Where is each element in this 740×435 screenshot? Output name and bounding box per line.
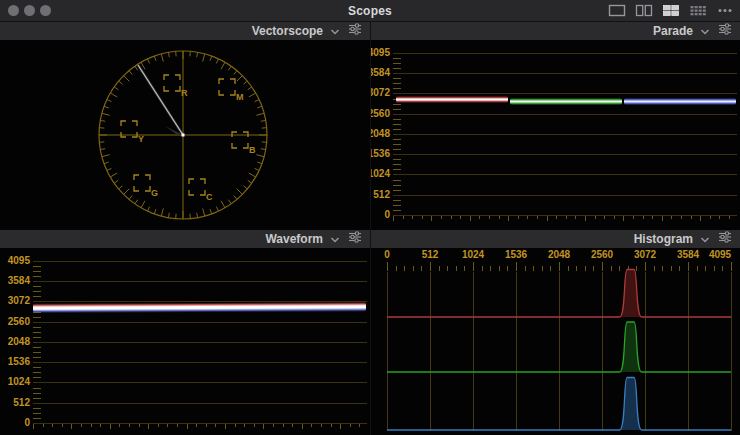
gridline (33, 281, 367, 282)
histogram-body: 05121024153620482560307235844095 (371, 248, 740, 435)
chevron-down-icon[interactable] (330, 22, 340, 40)
bottom-tick (81, 424, 82, 427)
vectorscope-target-label: R (181, 88, 188, 98)
minor-tick (33, 388, 41, 389)
parade-settings-sliders-icon[interactable] (717, 22, 733, 40)
bottom-tick (215, 424, 216, 427)
bottom-tick (614, 216, 615, 219)
zoom-window-icon[interactable] (40, 5, 51, 16)
gridline (393, 195, 737, 196)
waveform-settings-sliders-icon[interactable] (347, 230, 363, 248)
bottom-tick (537, 216, 538, 219)
window-controls[interactable] (8, 5, 51, 16)
minor-tick (393, 104, 401, 105)
chevron-down-icon[interactable] (330, 230, 340, 248)
bottom-tick (225, 424, 226, 429)
bottom-tick (52, 424, 53, 427)
minor-tick (393, 83, 401, 84)
close-window-icon[interactable] (8, 5, 19, 16)
bottom-tick (671, 216, 672, 219)
vectorscope-target-label: G (151, 188, 158, 198)
titlebar: Scopes (0, 0, 740, 21)
bottom-tick (710, 216, 711, 219)
minor-tick (393, 109, 401, 110)
vectorscope-target-C (189, 179, 205, 195)
bottom-tick (700, 216, 701, 221)
vectorscope-target-label: Y (138, 134, 144, 144)
vectorscope-target-label: B (249, 145, 256, 155)
bottom-tick (321, 424, 322, 427)
bottom-tick (254, 424, 255, 427)
more-options-icon[interactable] (715, 3, 735, 18)
bottom-tick (43, 424, 44, 427)
bottom-tick (633, 216, 634, 219)
bottom-tick (177, 424, 178, 427)
minor-tick (33, 276, 41, 277)
axis-label: 1024 (0, 377, 30, 387)
minor-tick (393, 149, 401, 150)
minor-tick (393, 68, 401, 69)
parade-body: 40953584307225602048153610245120 (371, 40, 740, 230)
minimize-window-icon[interactable] (24, 5, 35, 16)
bottom-tick (527, 216, 528, 219)
axis-label: 3072 (371, 88, 390, 98)
vectorscope-center-dot (182, 134, 185, 137)
bottom-tick (206, 424, 207, 427)
vectorscope-target-label: C (206, 192, 213, 202)
bottom-tick (643, 216, 644, 219)
gridline (393, 53, 737, 54)
bottom-tick (518, 216, 519, 219)
bottom-tick (604, 216, 605, 219)
parade-trace-green (510, 98, 622, 105)
bottom-tick (623, 216, 624, 221)
chevron-down-icon[interactable] (700, 22, 710, 40)
bottom-tick (441, 216, 442, 219)
histogram-title[interactable]: Histogram (634, 232, 693, 246)
axis-label: 1024 (371, 169, 390, 179)
bottom-tick (235, 424, 236, 427)
bottom-tick (100, 424, 101, 427)
dual-view-icon[interactable] (634, 3, 654, 18)
minor-tick (393, 139, 401, 140)
bottom-tick (422, 216, 423, 219)
bottom-tick (499, 216, 500, 219)
bottom-tick (691, 216, 692, 219)
vectorscope-canvas: RMYBGC (0, 40, 370, 230)
parade-title[interactable]: Parade (653, 24, 693, 38)
bottom-tick (403, 216, 404, 219)
parade-trace-blue (624, 98, 736, 105)
axis-label: 2048 (371, 129, 390, 139)
minor-tick (33, 327, 41, 328)
single-view-icon[interactable] (607, 3, 627, 18)
minor-tick (393, 129, 401, 130)
axis-label: 3072 (0, 296, 30, 306)
vectorscope-title[interactable]: Vectorscope (252, 24, 323, 38)
bottom-tick (196, 424, 197, 427)
minor-tick (33, 266, 41, 267)
grid-view-icon[interactable] (688, 3, 708, 18)
minor-tick (33, 296, 41, 297)
bottom-tick (412, 216, 413, 219)
minor-tick (33, 367, 41, 368)
minor-tick (393, 124, 401, 125)
quad-view-icon[interactable] (661, 3, 681, 18)
scopes-grid: Vectorscope RMYBGC Parade 40953584307225… (0, 22, 740, 435)
parade-panel: Parade 40953584307225602048153610245120 (371, 22, 740, 230)
vectorscope-body: RMYBGC (0, 40, 370, 230)
histogram-settings-sliders-icon[interactable] (717, 230, 733, 248)
gridline (33, 362, 367, 363)
waveform-header: Waveform (0, 230, 370, 248)
histogram-header: Histogram (371, 230, 740, 248)
vectorscope-settings-sliders-icon[interactable] (347, 22, 363, 40)
bottom-tick (273, 424, 274, 427)
gridline (393, 154, 737, 155)
bottom-tick (595, 216, 596, 219)
histogram-curve-green (387, 322, 731, 372)
axis-label: 3584 (371, 68, 390, 78)
waveform-title[interactable]: Waveform (265, 232, 323, 246)
bottom-tick (575, 216, 576, 219)
minor-tick (393, 169, 401, 170)
chevron-down-icon[interactable] (700, 230, 710, 248)
axis-label: 4095 (0, 256, 30, 266)
vectorscope-panel: Vectorscope RMYBGC (0, 22, 370, 230)
